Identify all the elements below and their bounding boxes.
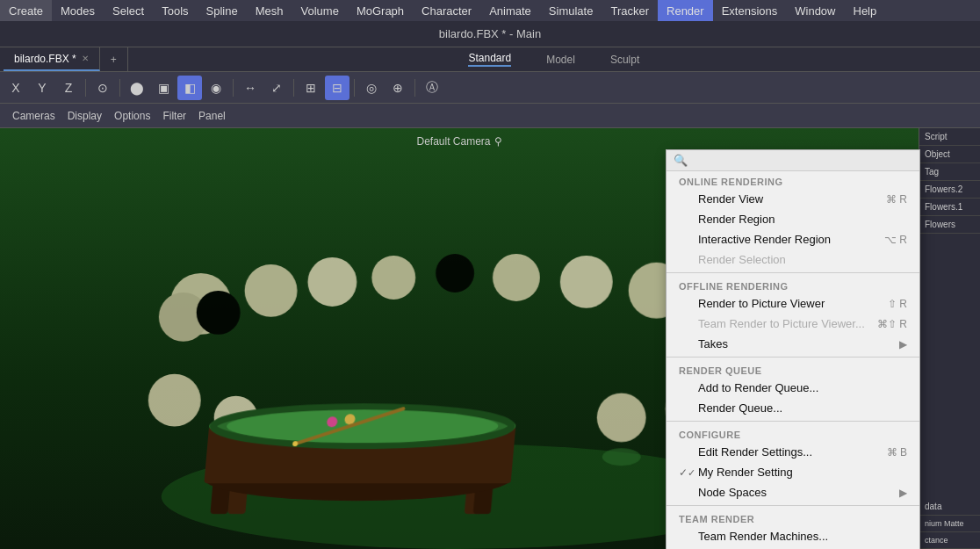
axis-z-btn[interactable]: Z [56,76,81,100]
move-btn[interactable]: ↔ [238,76,263,100]
toolbar2-filter[interactable]: Filter [157,110,191,122]
interactive-render-shortcut: ⌥ R [884,234,907,246]
menu-item-mesh[interactable]: Mesh [247,0,292,21]
menu-item-render-region[interactable]: Render Region [667,209,919,229]
svg-point-5 [307,257,357,307]
lock-btn[interactable]: ⊙ [90,76,115,100]
search-icon: 🔍 [674,154,688,167]
menu-item-render-view[interactable]: Render View ⌘ R [667,189,919,209]
menu-item-modes[interactable]: Modes [52,0,104,21]
brush-btn[interactable]: Ⓐ [420,76,444,100]
right-panel-flowers1[interactable]: Flowers.1 [919,199,980,216]
menu-item-extensions[interactable]: Extensions [713,0,787,21]
world-btn[interactable]: ⊕ [386,76,410,100]
edit-rs-label: Edit Render Settings... [698,445,880,459]
menu-item-tracker[interactable]: Tracker [602,0,658,21]
snap-btn[interactable]: ⊟ [325,76,349,100]
toolbar2-options[interactable]: Options [109,110,155,122]
menu-item-render[interactable]: Render [658,0,713,21]
uvs-btn[interactable]: ◉ [204,76,228,100]
right-panel-flowers2[interactable]: Flowers.2 [919,181,980,199]
my-rs-label: My Render Setting [698,466,907,479]
edges-btn[interactable]: ▣ [151,76,176,100]
polygons-btn[interactable]: ◧ [177,76,202,100]
axis-y-btn[interactable]: Y [30,76,54,100]
rq-label: Render Queue... [698,401,907,415]
render-region-label: Render Region [698,213,907,226]
toolbar2: Cameras Display Options Filter Panel [0,104,980,128]
menu-item-my-render-setting[interactable]: ✓ My Render Setting [667,462,919,482]
pivot-btn[interactable]: ◎ [359,76,384,100]
menu-item-render-selection[interactable]: Render Selection [667,249,919,270]
menu-item-help[interactable]: Help [845,0,886,21]
sep2 [119,79,120,97]
render-dropdown-menu: 🔍 ONLINE RENDERING Render View ⌘ R Rende… [666,149,920,549]
dropdown-search-input[interactable] [691,155,912,167]
menu-item-interactive-render[interactable]: Interactive Render Region ⌥ R [667,229,919,249]
menu-item-spline[interactable]: Spline [198,0,247,21]
menu-item-takes[interactable]: Takes ▶ [667,334,919,354]
menu-item-mograph[interactable]: MoGraph [348,0,413,21]
node-spaces-arrow: ▶ [899,487,907,499]
dropdown-search-bar: 🔍 [667,150,919,171]
right-panel-material1: nium Matte [919,516,980,532]
menu-item-select[interactable]: Select [104,0,153,21]
add-rq-label: Add to Render Queue... [698,381,907,394]
svg-point-4 [245,264,298,317]
toolbar2-cameras[interactable]: Cameras [7,110,61,122]
section-render-queue: RENDER QUEUE [667,360,919,378]
takes-label: Takes [698,337,896,350]
menu-item-tools[interactable]: Tools [153,0,197,21]
interactive-render-label: Interactive Render Region [698,233,877,246]
tab-add[interactable]: + [100,47,128,71]
divider1 [667,272,919,273]
menu-item-node-spaces[interactable]: Node Spaces ▶ [667,482,919,502]
right-panel-material2: ctance [919,532,980,549]
menu-item-window[interactable]: Window [786,0,844,21]
svg-point-3 [197,291,241,335]
menu-item-volume[interactable]: Volume [292,0,348,21]
menu-item-team-render-pv[interactable]: Team Render to Picture Viewer... ⌘⇧ R [667,314,919,334]
render-selection-label: Render Selection [698,253,907,266]
viewport-tab-standard[interactable]: Standard [468,52,511,67]
render-pv-label: Render to Picture Viewer [698,297,881,310]
menu-item-character[interactable]: Character [413,0,480,21]
tab-fbx[interactable]: bilardo.FBX * ✕ [4,47,100,71]
axis-x-btn[interactable]: X [4,76,28,100]
team-render-pv-shortcut: ⌘⇧ R [877,318,907,330]
points-btn[interactable]: ⬤ [125,76,149,100]
tab-close-icon[interactable]: ✕ [82,54,89,63]
menu-bar: CreateModesSelectToolsSplineMeshVolumeMo… [0,0,980,21]
my-rs-checkmark: ✓ [679,466,693,479]
viewport-tab-sculpt[interactable]: Sculpt [610,54,639,66]
menu-item-add-render-queue[interactable]: Add to Render Queue... [667,378,919,398]
menu-item-render-picture-viewer[interactable]: Render to Picture Viewer ⇧ R [667,293,919,314]
scale-btn[interactable]: ⤢ [264,76,289,100]
right-panel-object: Object [919,146,980,163]
sep6 [414,79,415,97]
right-panel-script: Script [919,128,980,146]
menu-item-animate[interactable]: Animate [480,0,540,21]
viewport-tab-model[interactable]: Model [546,54,575,66]
menu-item-edit-render-settings[interactable]: Edit Render Settings... ⌘ B [667,442,919,462]
tab-label: bilardo.FBX * [14,53,76,65]
edit-rs-shortcut: ⌘ B [887,446,907,459]
toolbar2-display[interactable]: Display [62,110,107,122]
toolbar2-panel[interactable]: Panel [193,110,231,122]
render-view-shortcut: ⌘ R [886,193,907,206]
section-online-rendering: ONLINE RENDERING [667,171,919,189]
transform-btn[interactable]: ⊞ [299,76,323,100]
svg-point-9 [560,256,613,308]
team-render-pv-label: Team Render to Picture Viewer... [698,317,870,330]
takes-arrow: ▶ [899,338,907,350]
divider2 [667,357,919,358]
menu-item-team-render-machines[interactable]: Team Render Machines... [667,526,919,546]
svg-point-16 [597,393,646,442]
menu-item-simulate[interactable]: Simulate [540,0,602,21]
divider3 [667,421,919,422]
svg-point-21 [602,448,641,466]
menu-item-render-queue[interactable]: Render Queue... [667,398,919,418]
right-panel-flowers[interactable]: Flowers [919,216,980,234]
menu-item-create[interactable]: Create [0,0,52,21]
section-team-render: TEAM RENDER [667,509,919,526]
